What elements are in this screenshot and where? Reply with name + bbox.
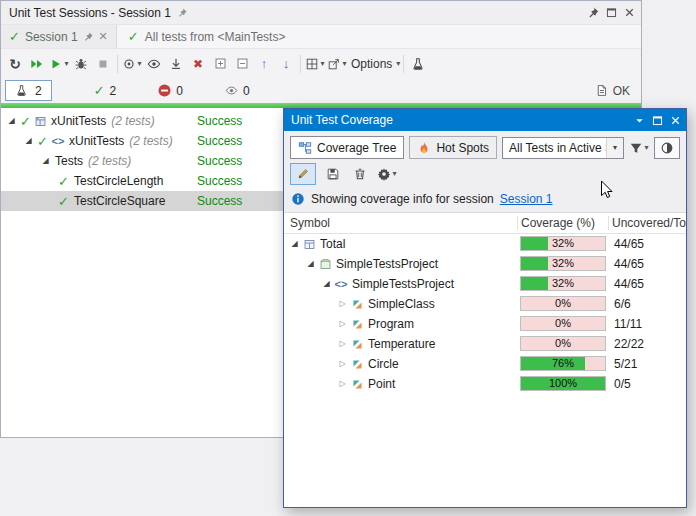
chevron-down-icon: ▾: [392, 170, 396, 178]
coverage-row-point[interactable]: ▷ Point 100% 0/5: [284, 374, 686, 394]
coverage-row-simpleclass[interactable]: ▷ SimpleClass 0% 6/6: [284, 294, 686, 314]
options-button[interactable]: Options▾: [348, 53, 400, 75]
success-check-icon: ✓: [9, 30, 20, 43]
options-label: Options: [348, 57, 395, 71]
tab-coverage-tree[interactable]: Coverage Tree: [290, 136, 404, 159]
highlight-code-button[interactable]: [290, 163, 316, 185]
run-selected-button[interactable]: ▾: [48, 53, 70, 75]
success-check-icon: ✓: [35, 135, 50, 148]
debug-button[interactable]: [70, 53, 92, 75]
coverage-settings-button[interactable]: ▾: [377, 163, 397, 185]
expander-icon[interactable]: ◢: [304, 260, 317, 268]
pin-icon[interactable]: [83, 31, 94, 42]
column-coverage[interactable]: Coverage (%): [518, 216, 608, 230]
stop-button[interactable]: [92, 53, 114, 75]
coverage-row-total[interactable]: ◢ Total 32% 44/65: [284, 234, 686, 254]
remove-tests-button[interactable]: ✖: [187, 53, 209, 75]
status-text: OK: [613, 84, 630, 98]
coverage-row-namespace[interactable]: ◢ <> SimpleTestsProject 32% 44/65: [284, 274, 686, 294]
close-button[interactable]: [666, 111, 684, 129]
export-button[interactable]: ▾: [326, 53, 348, 75]
session-filter-select[interactable]: All Tests in Active Session ▾: [502, 137, 624, 159]
toolbar-separator: [117, 55, 118, 73]
refresh-button[interactable]: ↻: [4, 53, 26, 75]
collapse-all-button[interactable]: [231, 53, 253, 75]
expander-icon[interactable]: ◢: [22, 137, 35, 145]
window-menu-button[interactable]: [630, 111, 648, 129]
class-icon: [351, 378, 364, 391]
coverage-display-toggle-button[interactable]: [654, 137, 680, 159]
half-circle-icon: [660, 141, 674, 155]
move-to-session-button[interactable]: [165, 53, 187, 75]
failed-filter-button[interactable]: 0: [158, 84, 183, 98]
filter-button[interactable]: ▾: [629, 137, 649, 159]
window-title: Unit Test Sessions - Session 1: [9, 6, 171, 20]
coverage-row-temperature[interactable]: ▷ Temperature 0% 22/22: [284, 334, 686, 354]
class-icon: [351, 358, 364, 371]
trash-icon: [353, 167, 367, 181]
arrow-up-icon: ↑: [261, 56, 268, 71]
success-check-icon: ✓: [94, 84, 105, 97]
eye-icon: [147, 57, 161, 71]
maximize-button[interactable]: [602, 4, 620, 22]
remove-icon: ✖: [193, 57, 203, 71]
chevron-down-icon: [633, 114, 646, 127]
coverage-row-circle[interactable]: ▷ Circle 76% 5/21: [284, 354, 686, 374]
session-status: OK: [595, 84, 630, 98]
tab-close-icon[interactable]: ✕: [99, 30, 108, 43]
expander-icon[interactable]: ▷: [336, 320, 349, 328]
cover-tests-button[interactable]: ▾: [121, 53, 143, 75]
expand-all-button[interactable]: [209, 53, 231, 75]
funnel-icon: [629, 141, 643, 155]
marker-pen-icon: [296, 167, 310, 181]
all-tests-label[interactable]: ✓ All tests from <MainTests>: [128, 30, 286, 44]
session-link[interactable]: Session 1: [500, 192, 553, 206]
new-session-button[interactable]: [407, 53, 429, 75]
uncovered-value: 6/6: [614, 297, 631, 311]
coverage-row-project[interactable]: ◢ SimpleTestsProject 32% 44/65: [284, 254, 686, 274]
next-test-button[interactable]: ↓: [275, 53, 297, 75]
column-symbol[interactable]: Symbol: [284, 216, 518, 230]
expander-icon[interactable]: ◢: [288, 240, 301, 248]
maximize-button[interactable]: [648, 111, 666, 129]
total-tests-filter-button[interactable]: 2: [5, 80, 52, 101]
class-icon: [351, 318, 364, 331]
coverage-actions-toolbar: ▾: [284, 162, 686, 189]
run-all-button[interactable]: [26, 53, 48, 75]
expander-icon[interactable]: ▷: [336, 360, 349, 368]
column-uncovered[interactable]: Uncovered/Tota: [608, 216, 686, 230]
toolbar-separator: [300, 55, 301, 73]
table-header[interactable]: Symbol Coverage (%) Uncovered/Tota: [284, 213, 686, 234]
window-pin-button[interactable]: [584, 4, 602, 22]
tab-session-1[interactable]: ✓ Session 1 ✕: [1, 25, 117, 48]
uncovered-value: 22/22: [614, 337, 644, 351]
coverage-bar: 32%: [520, 236, 606, 251]
expand-all-icon: [214, 57, 227, 70]
preview-results-button[interactable]: [143, 53, 165, 75]
expander-icon[interactable]: ▷: [336, 300, 349, 308]
close-icon: [623, 6, 636, 19]
refresh-icon: ↻: [9, 56, 21, 72]
expander-icon[interactable]: ◢: [39, 157, 52, 165]
coverage-row-program[interactable]: ▷ Program 0% 11/11: [284, 314, 686, 334]
test-count-suffix: (2 tests): [129, 134, 172, 148]
sessions-title-bar[interactable]: Unit Test Sessions - Session 1: [1, 1, 641, 25]
delete-snapshot-button[interactable]: [350, 163, 370, 185]
previous-test-button[interactable]: ↑: [253, 53, 275, 75]
tab-hot-spots[interactable]: Hot Spots: [409, 136, 497, 159]
close-button[interactable]: [620, 4, 638, 22]
failed-icon: [158, 84, 171, 97]
passed-filter-button[interactable]: ✓ 2: [94, 84, 117, 98]
chevron-down-icon: ▾: [396, 60, 400, 68]
save-snapshot-button[interactable]: [323, 163, 343, 185]
expander-icon[interactable]: ▷: [336, 380, 349, 388]
coverage-title-bar[interactable]: Unit Test Coverage: [284, 109, 686, 131]
expander-icon[interactable]: ◢: [5, 117, 18, 125]
ignored-filter-button[interactable]: 0: [225, 84, 250, 98]
expander-icon[interactable]: ◢: [320, 280, 333, 288]
expander-icon[interactable]: ▷: [336, 340, 349, 348]
coverage-bar: 76%: [520, 356, 606, 371]
group-by-button[interactable]: ▾: [304, 53, 326, 75]
flask-icon: [15, 84, 28, 97]
module-icon: [303, 238, 316, 251]
